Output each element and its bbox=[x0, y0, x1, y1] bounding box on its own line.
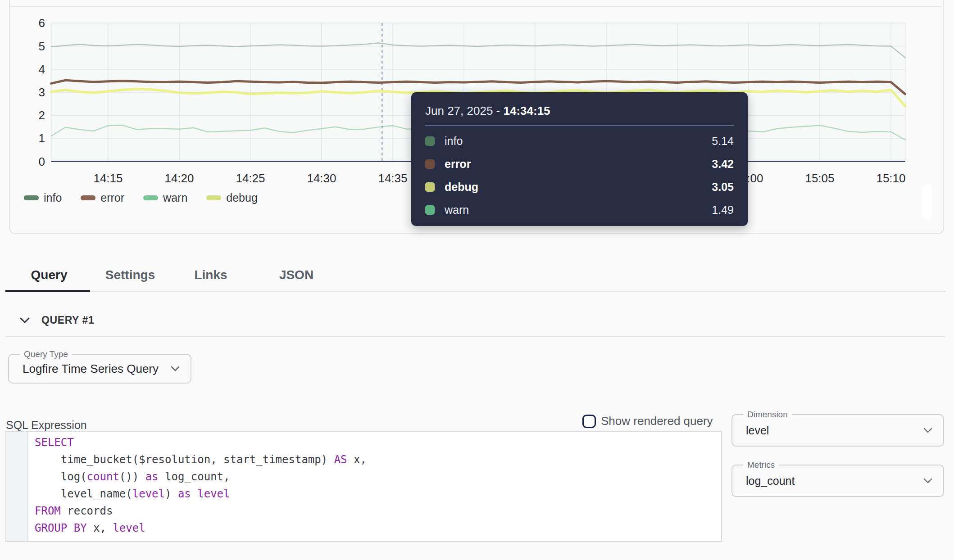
active-tab-underline bbox=[5, 290, 90, 292]
checkbox-unchecked[interactable] bbox=[582, 415, 596, 428]
chevron-down-icon bbox=[171, 366, 180, 371]
metrics-select[interactable]: Metrics log_count bbox=[731, 465, 944, 497]
tab-bar: Query Settings Links JSON bbox=[8, 260, 341, 290]
query-1-title: QUERY #1 bbox=[41, 314, 94, 326]
line-number-gutter bbox=[6, 432, 28, 541]
chevron-down-icon bbox=[923, 428, 932, 433]
code-line[interactable]: 3 log(count()) as log_count, bbox=[6, 468, 721, 485]
series-value: 5.14 bbox=[712, 135, 734, 148]
code-line[interactable]: 4 level_name(level) as level bbox=[6, 485, 721, 502]
query-type-select[interactable]: Query Type Logfire Time Series Query bbox=[8, 354, 191, 384]
tooltip-row-info: info5.14 bbox=[425, 130, 734, 153]
code-text: level_name(level) as level bbox=[27, 488, 230, 500]
chevron-down-icon bbox=[923, 478, 932, 483]
svg-text:14:20: 14:20 bbox=[164, 172, 194, 185]
tab-links[interactable]: Links bbox=[170, 268, 251, 282]
svg-text:14:25: 14:25 bbox=[236, 172, 265, 185]
sql-code-editor[interactable]: 1SELECT2 time_bucket($resolution, start_… bbox=[5, 431, 722, 542]
tab-query[interactable]: Query bbox=[8, 268, 90, 282]
chart-legend: infoerrorwarndebug bbox=[24, 191, 258, 204]
scrollbar-thumb[interactable] bbox=[922, 184, 932, 220]
code-text: SELECT bbox=[27, 436, 74, 449]
tab-bar-divider bbox=[5, 291, 945, 292]
tooltip-timestamp: Jun 27, 2025 - 14:34:15 bbox=[425, 104, 734, 118]
series-swatch-debug bbox=[425, 182, 435, 192]
legend-label: warn bbox=[163, 191, 187, 204]
series-label: warn bbox=[445, 203, 469, 217]
query-1-header[interactable]: QUERY #1 bbox=[20, 314, 94, 326]
show-rendered-query-label: Show rendered query bbox=[601, 414, 713, 428]
sql-expression-label: SQL Expression bbox=[6, 419, 87, 432]
code-text: GROUP BY x, level bbox=[27, 522, 145, 534]
series-value: 1.49 bbox=[712, 203, 734, 217]
tooltip-row-warn: warn1.49 bbox=[425, 199, 734, 221]
dimension-value: level bbox=[746, 424, 769, 437]
svg-text:0: 0 bbox=[39, 155, 45, 168]
tab-settings[interactable]: Settings bbox=[90, 268, 170, 282]
code-line[interactable]: 5FROM records bbox=[6, 502, 721, 519]
legend-swatch-error bbox=[81, 195, 95, 200]
series-swatch-info bbox=[425, 136, 435, 146]
series-label: error bbox=[445, 158, 471, 171]
query-editor-page: 14:1514:2014:2514:3014:3514:4014:4514:50… bbox=[0, 0, 954, 560]
svg-text:5: 5 bbox=[39, 40, 45, 53]
legend-swatch-info bbox=[24, 195, 39, 200]
series-value: 3.42 bbox=[712, 158, 734, 171]
code-text: FROM records bbox=[27, 505, 113, 517]
chart-tooltip: Jun 27, 2025 - 14:34:15 info5.14error3.4… bbox=[411, 92, 748, 226]
tab-json[interactable]: JSON bbox=[251, 268, 341, 282]
metrics-value: log_count bbox=[746, 474, 795, 488]
series-swatch-warn bbox=[425, 205, 435, 215]
legend-item-info[interactable]: info bbox=[24, 191, 62, 204]
legend-item-warn[interactable]: warn bbox=[143, 191, 187, 204]
code-text: log(count()) as log_count, bbox=[27, 470, 230, 483]
dimension-select[interactable]: Dimension level bbox=[731, 414, 944, 447]
svg-text:3: 3 bbox=[39, 86, 45, 99]
tooltip-divider bbox=[425, 125, 734, 126]
svg-text:4: 4 bbox=[39, 63, 45, 76]
svg-text:6: 6 bbox=[39, 16, 45, 30]
tooltip-row-debug: debug3.05 bbox=[425, 176, 734, 199]
legend-item-error[interactable]: error bbox=[81, 191, 124, 204]
code-line[interactable]: 1SELECT bbox=[6, 434, 721, 451]
legend-item-debug[interactable]: debug bbox=[206, 191, 258, 204]
code-line[interactable]: 6GROUP BY x, level bbox=[6, 519, 721, 537]
legend-label: info bbox=[44, 191, 62, 204]
query-type-label: Query Type bbox=[20, 349, 72, 359]
tooltip-rows: info5.14error3.42debug3.05warn1.49 bbox=[425, 130, 734, 221]
series-swatch-error bbox=[425, 159, 435, 169]
svg-text:14:30: 14:30 bbox=[307, 172, 336, 185]
query-section-divider bbox=[5, 336, 945, 337]
metrics-label: Metrics bbox=[743, 460, 779, 470]
legend-label: debug bbox=[226, 191, 258, 204]
legend-label: error bbox=[100, 191, 124, 204]
svg-text:2: 2 bbox=[39, 108, 45, 122]
legend-swatch-debug bbox=[206, 195, 221, 200]
series-value: 3.05 bbox=[712, 181, 734, 194]
legend-swatch-warn bbox=[143, 195, 158, 200]
show-rendered-query-toggle[interactable]: Show rendered query bbox=[582, 414, 713, 428]
query-type-value: Logfire Time Series Query bbox=[23, 362, 159, 376]
code-text: time_bucket($resolution, start_timestamp… bbox=[27, 453, 367, 466]
code-line[interactable]: 2 time_bucket($resolution, start_timesta… bbox=[6, 451, 721, 468]
chevron-down-icon[interactable] bbox=[20, 317, 30, 324]
series-label: debug bbox=[445, 181, 478, 194]
series-label: info bbox=[445, 135, 463, 148]
tooltip-row-error: error3.42 bbox=[425, 153, 734, 176]
svg-text:1: 1 bbox=[39, 131, 45, 145]
svg-text:15:05: 15:05 bbox=[805, 172, 834, 185]
svg-text:15:10: 15:10 bbox=[876, 172, 905, 185]
svg-text:14:35: 14:35 bbox=[378, 172, 407, 185]
dimension-label: Dimension bbox=[743, 410, 792, 420]
svg-text:14:15: 14:15 bbox=[93, 172, 123, 185]
